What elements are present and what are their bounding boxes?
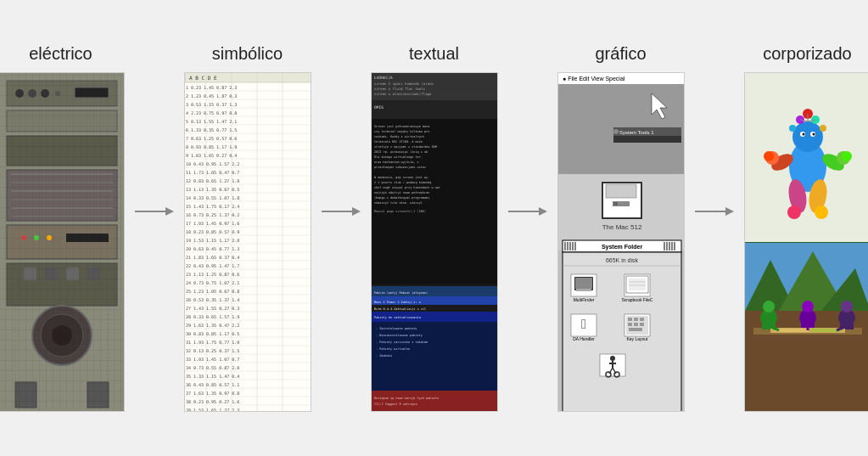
svg-point-232 [802,133,804,136]
svg-rect-176 [613,202,618,205]
svg-text:2  1.23 0.45 1.87 0.3: 2 1.23 0.45 1.87 0.3 [186,93,237,99]
svg-point-6 [41,89,49,98]
svg-rect-158 [372,391,497,412]
svg-rect-0 [0,72,124,412]
svg-rect-17 [7,263,117,306]
svg-text:Dla każego wirtualnego ter-: Dla każego wirtualnego ter- [374,155,423,159]
svg-rect-195 [575,278,592,289]
svg-text:ŁADNACJA: ŁADNACJA [373,76,393,80]
svg-point-7 [55,91,60,96]
svg-text:ceskami. Każdy z wirtualnych: ceskami. Każdy z wirtualnych [374,135,424,138]
svg-text:17 1.03 1.45 0.97 1.6: 17 1.03 1.45 0.97 1.6 [186,221,239,226]
svg-text:screen u wlasciosciami/flago: screen u wlasciosciami/flago [374,92,432,96]
column-wrapper-textual: textual ŁADNACJA screen I spaci komenda … [362,44,507,412]
arrow-4 [693,203,736,220]
svg-text:20 0.63 0.45 0.77 1.3: 20 0.63 0.45 0.77 1.3 [186,246,239,251]
svg-text:(bmpgw z dodatkowymi programam: (bmpgw z dodatkowymi programami [374,196,429,200]
svg-text:23 1.13 1.25 0.87 0.6: 23 1.13 1.25 0.87 0.6 [186,272,239,277]
svg-text:Bstm 0.4.4-Zaktualizuji u vil: Bstm 0.4.4-Zaktualizuji u vil [374,307,426,311]
column-corp: corporizado [736,44,869,412]
column-title-symbolic: simbólico [212,44,283,64]
svg-text:screen u fluid Tlac tools: screen u fluid Tlac tools [374,87,426,91]
svg-rect-30 [45,267,58,280]
svg-text:38 0.23 0.95 0.27 1.6: 38 0.23 0.95 0.27 1.6 [186,399,239,404]
svg-text:10 0.43 0.95 1.57 2.2: 10 0.43 0.95 1.57 2.2 [186,161,239,166]
svg-text:Screen jest pełnoekranowym men: Screen jest pełnoekranowym mena [374,125,429,128]
svg-rect-29 [24,267,36,280]
svg-point-262 [802,301,814,312]
game-svg [745,243,869,411]
svg-text:29 1.63 1.35 0.47 2.2: 29 1.63 1.35 0.47 2.2 [186,323,239,328]
symbolic-svg: A B C D E [185,72,311,412]
svg-text:34 0.73 0.55 0.87 2.0: 34 0.73 0.55 0.87 2.0 [186,365,239,370]
column-wrapper-corp: corporizado [736,44,869,412]
svg-text:- Niezainstalowane pakiety: - Niezainstalowane pakiety [376,334,423,337]
svg-point-4 [15,89,24,98]
svg-text:27 1.43 1.55 0.27 0.3: 27 1.43 1.55 0.27 0.3 [186,306,239,311]
column-box-graphic: ● File Edit View Special System Tools 1 [557,72,685,412]
svg-text:przesłanymi sekwencjami uciec: przesłanymi sekwencjami uciec [374,166,426,169]
molecule-svg [745,73,869,241]
svg-text:OPIS: OPIS [374,105,384,110]
svg-rect-209 [628,318,632,321]
svg-rect-1 [7,81,117,106]
svg-text:11 1.73 1.05 0.47 0.7: 11 1.73 1.05 0.47 0.7 [186,170,239,175]
textual-svg: ŁADNACJA screen I spaci komenda (aranw s… [372,72,497,412]
svg-rect-2 [7,110,117,132]
svg-rect-211 [640,318,644,321]
svg-text:terminale DEC VT100. A może: terminale DEC VT100. A może [374,140,423,144]
arrow-svg-3 [507,203,549,220]
svg-text:Key Layout: Key Layout [626,336,648,341]
arrow-svg-1 [133,203,176,220]
svg-text:6  1.33 0.35 0.77 1.5: 6 1.33 0.35 0.77 1.5 [186,127,237,132]
svg-rect-268 [775,329,809,332]
svg-point-240 [787,205,801,219]
svg-text:21 1.83 1.65 0.37 0.4: 21 1.83 1.65 0.37 0.4 [186,255,239,260]
svg-rect-200 [629,279,646,290]
svg-rect-32 [87,267,100,280]
svg-text:screen I spaci komenda (aranw: screen I spaci komenda (aranw [374,82,434,86]
column-box-textual: ŁADNACJA screen I spaci komenda (aranw s… [371,72,498,412]
svg-point-20 [52,325,72,346]
svg-text:f1]:J Suggest 9 zatrzyna: f1]:J Suggest 9 zatrzyna [374,403,417,406]
svg-marker-120 [352,207,361,216]
arrow-1 [133,203,176,220]
main-container: eléctrico [10,12,859,445]
svg-point-23 [21,235,26,240]
svg-text:31 1.93 1.75 0.77 1.0: 31 1.93 1.75 0.77 1.0 [186,340,239,345]
svg-point-229 [792,121,823,152]
svg-text:37 1.63 1.35 0.97 0.8: 37 1.63 1.35 0.97 0.8 [186,391,239,396]
svg-point-19 [41,314,83,357]
svg-text:2022 rp. wstawiając linią s ob: 2022 rp. wstawiając linią s ob [374,150,428,154]
corp-image [745,72,869,412]
symbolic-image: A B C D E [185,72,311,412]
svg-text:5  0.13 1.55 1.47 2.1: 5 0.13 1.55 1.47 2.1 [186,119,237,124]
textual-image: ŁADNACJA screen I spaci komenda (aranw s… [372,72,497,412]
svg-text:9  1.03 1.65 0.27 0.4: 9 1.03 1.65 0.27 0.4 [186,153,237,158]
svg-text:28 0.33 0.65 1.57 1.9: 28 0.33 0.65 1.57 1.9 [186,314,239,319]
svg-rect-196 [576,289,591,291]
svg-text:strefuje z opcjami z standardó: strefuje z opcjami z standardów IBM [374,145,437,149]
arrow-svg-4 [693,203,736,220]
svg-rect-163 [558,72,684,174]
svg-point-243 [842,151,852,161]
column-wrapper-electric: eléctrico [0,44,133,412]
svg-rect-8 [75,87,109,98]
arrow-2 [320,203,362,220]
svg-rect-9 [7,170,117,221]
svg-text:- Pakiety wirtualne: - Pakiety wirtualne [376,347,410,351]
svg-rect-215 [629,328,642,331]
column-title-electric: eléctrico [29,44,92,64]
svg-text:36 0.43 0.85 0.57 1.1: 36 0.43 0.85 0.57 1.1 [186,382,239,387]
svg-text:DA Handler: DA Handler [573,336,595,341]
svg-point-241 [815,205,828,219]
svg-rect-214 [640,323,644,326]
svg-rect-213 [634,323,638,326]
svg-text:14 0.33 0.55 1.07 1.8: 14 0.33 0.55 1.07 1.8 [186,195,239,200]
arrow-svg-2 [320,203,362,220]
graphic-image: ● File Edit View Special System Tools 1 [558,72,684,412]
column-graphic: gráfico ● File Edit View Special [549,44,693,412]
svg-text:W momencie, gdy screen jest wy: W momencie, gdy screen jest wy- [374,176,429,179]
svg-marker-226 [725,207,734,216]
column-box-symbolic: A B C D E [184,72,311,412]
